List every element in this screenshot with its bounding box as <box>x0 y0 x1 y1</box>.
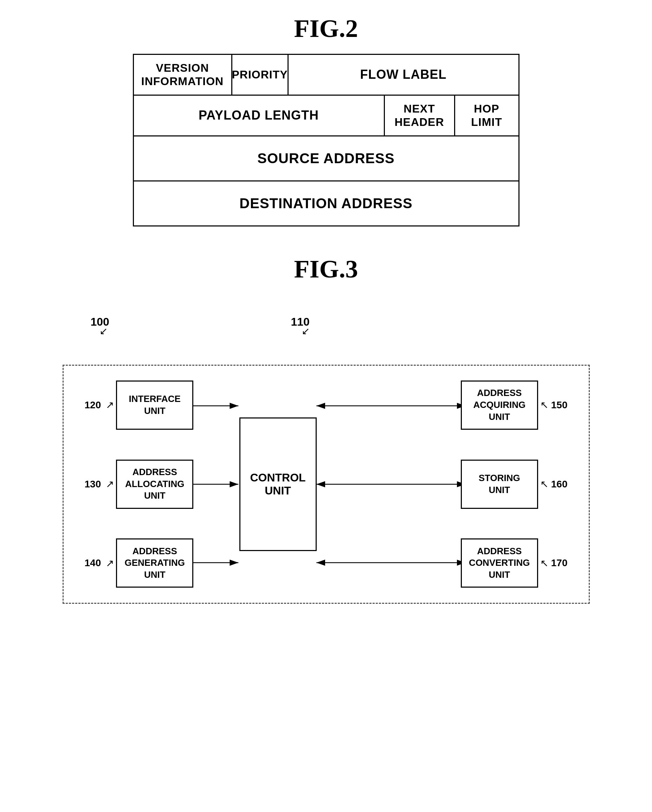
address-allocating-box: ADDRESSALLOCATINGUNIT <box>116 459 193 509</box>
left-boxes: 120 ↗ INTERFACEUNIT 130 ↗ ADDRESSALLOCAT… <box>85 366 193 603</box>
label-150: 150 <box>551 400 568 411</box>
outer-dashed-box: 120 ↗ INTERFACEUNIT 130 ↗ ADDRESSALLOCAT… <box>62 365 590 604</box>
fig3-wrapper: FIG.3 100 ↙ 110 ↙ <box>21 255 631 604</box>
cell-next-header: NEXTHEADER <box>385 96 455 135</box>
cell-version-info: VERSIONINFORMATION <box>134 55 232 95</box>
tilde-170: ↖ <box>540 557 548 569</box>
label-170: 170 <box>551 557 568 569</box>
interface-unit-box: INTERFACEUNIT <box>116 380 193 430</box>
label-100-curve: ↙ <box>99 325 108 337</box>
address-allocating-row: 130 ↗ ADDRESSALLOCATINGUNIT <box>85 459 193 509</box>
label-160: 160 <box>551 479 568 490</box>
tilde-150: ↖ <box>540 399 548 411</box>
fig2-table: VERSIONINFORMATION PRIORITY FLOW LABEL P… <box>133 54 519 226</box>
cell-source-address: SOURCE ADDRESS <box>134 136 518 180</box>
tilde-120: ↗ <box>106 399 114 411</box>
fig2-row-4: DESTINATION ADDRESS <box>134 182 518 226</box>
fig2-title: FIG.2 <box>294 14 358 43</box>
address-acquiring-row: ADDRESSACQUIRINGUNIT ↖ 150 <box>461 380 568 430</box>
control-unit-box: CONTROLUNIT <box>239 417 317 551</box>
address-converting-row: ADDRESSCONVERTINGUNIT ↖ 170 <box>461 539 568 588</box>
address-acquiring-box: ADDRESSACQUIRINGUNIT <box>461 380 538 430</box>
cell-flow-label: FLOW LABEL <box>289 55 518 95</box>
interface-unit-row: 120 ↗ INTERFACEUNIT <box>85 380 193 430</box>
fig2-row-1: VERSIONINFORMATION PRIORITY FLOW LABEL <box>134 55 518 96</box>
label-140: 140 <box>85 557 101 569</box>
tilde-160: ↖ <box>540 478 548 490</box>
tilde-140: ↗ <box>106 557 114 569</box>
address-generating-box: ADDRESSGENERATINGUNIT <box>116 539 193 588</box>
fig2-row-3: SOURCE ADDRESS <box>134 136 518 182</box>
cell-priority: PRIORITY <box>232 55 289 95</box>
storing-unit-box: STORINGUNIT <box>461 459 538 509</box>
fig3-diagram: 100 ↙ 110 ↙ <box>62 316 590 604</box>
cell-destination-address: DESTINATION ADDRESS <box>134 182 518 226</box>
cell-payload-length: PAYLOAD LENGTH <box>134 96 385 135</box>
label-130: 130 <box>85 479 101 490</box>
fig2-row-2: PAYLOAD LENGTH NEXTHEADER HOPLIMIT <box>134 96 518 136</box>
label-110-curve: ↙ <box>302 325 310 337</box>
address-converting-box: ADDRESSCONVERTINGUNIT <box>461 539 538 588</box>
tilde-130: ↗ <box>106 478 114 490</box>
right-boxes: ADDRESSACQUIRINGUNIT ↖ 150 STORINGUNIT ↖… <box>461 366 568 603</box>
cell-hop-limit: HOPLIMIT <box>455 96 518 135</box>
address-generating-row: 140 ↗ ADDRESSGENERATINGUNIT <box>85 539 193 588</box>
storing-unit-row: STORINGUNIT ↖ 160 <box>461 459 568 509</box>
fig3-title: FIG.3 <box>294 255 358 284</box>
label-120: 120 <box>85 400 101 411</box>
